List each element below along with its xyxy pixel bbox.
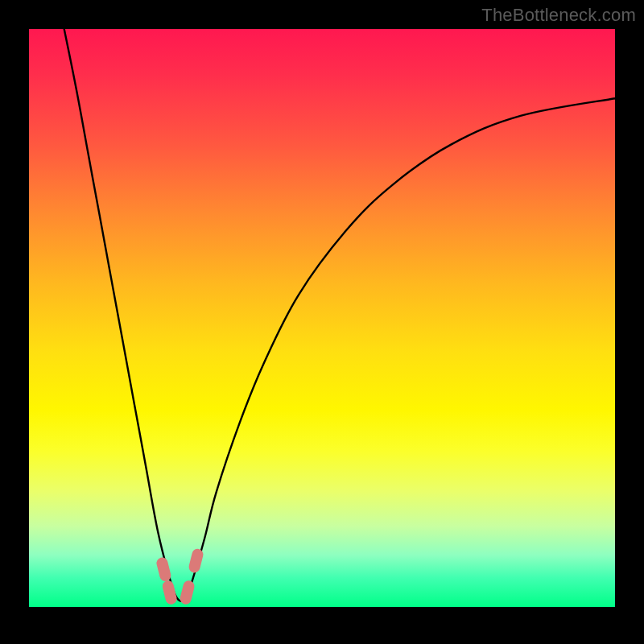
marker-right-upper: [188, 547, 204, 573]
chart-frame: TheBottleneck.com: [0, 0, 644, 644]
watermark-text: TheBottleneck.com: [481, 5, 636, 26]
plot-area: [29, 29, 615, 607]
marker-left-lower: [161, 580, 178, 605]
curve-svg: [29, 29, 615, 607]
bottleneck-curve: [64, 29, 615, 601]
marker-right-lower: [179, 580, 196, 605]
markers-group: [155, 547, 204, 605]
marker-left-upper: [155, 556, 172, 582]
